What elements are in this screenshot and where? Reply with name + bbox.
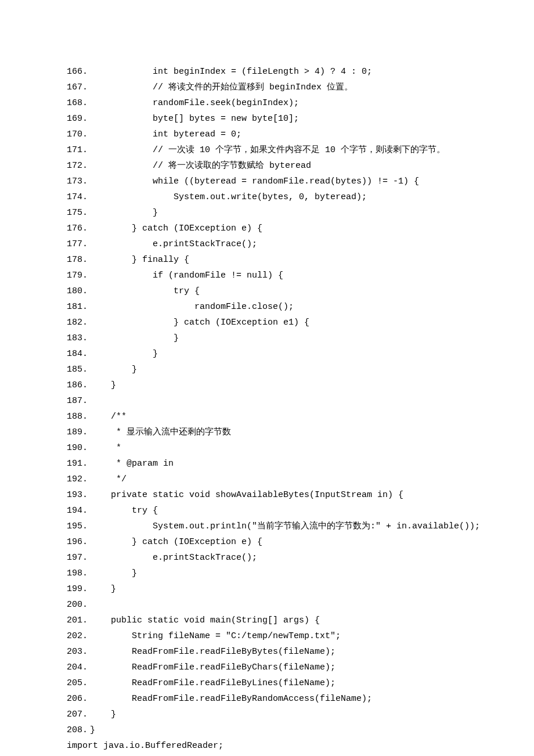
code-line: 188. /** (67, 409, 470, 424)
code-line: 175. } (67, 205, 470, 221)
line-number: 204. (67, 660, 90, 675)
line-content: ReadFromFile.readFileByLines(fileName); (90, 675, 346, 691)
line-number: 208. (67, 722, 90, 738)
line-number: 176. (67, 221, 90, 236)
line-content: */ (90, 471, 137, 487)
line-content: ReadFromFile.readFileByBytes(fileName); (90, 644, 346, 660)
line-content (90, 597, 100, 613)
line-number: 175. (67, 205, 90, 221)
code-line: 187. (67, 393, 470, 409)
code-line: 186. } (67, 377, 470, 393)
line-content: } (90, 205, 168, 221)
line-content: ReadFromFile.readFileByChars(fileName); (90, 660, 346, 675)
code-line: 195. System.out.println("当前字节输入流中的字节数为:"… (67, 519, 470, 534)
line-content: ReadFromFile.readFileByRandomAccess(file… (90, 691, 383, 707)
line-number: 201. (67, 613, 90, 628)
line-content: randomFile.seek(beginIndex); (90, 95, 309, 111)
line-number: 183. (67, 330, 90, 346)
code-line: 170. int byteread = 0; (67, 127, 470, 142)
line-number: 191. (67, 456, 90, 471)
code-line: 190. * (67, 440, 470, 456)
code-line: 201. public static void main(String[] ar… (67, 613, 470, 628)
line-content: // 一次读 10 个字节，如果文件内容不足 10 个字节，则读剩下的字节。 (90, 142, 456, 158)
line-number: 206. (67, 691, 90, 707)
code-line: 168. randomFile.seek(beginIndex); (67, 95, 470, 111)
code-line: 185. } (67, 362, 470, 377)
line-number: 174. (67, 189, 90, 205)
code-line: 200. (67, 597, 470, 613)
line-number: 188. (67, 409, 90, 424)
line-number: 167. (67, 80, 90, 95)
code-line: 171. // 一次读 10 个字节，如果文件内容不足 10 个字节，则读剩下的… (67, 142, 470, 158)
code-line: 179. if (randomFile != null) { (67, 268, 470, 283)
line-content: public static void main(String[] args) { (90, 613, 330, 628)
line-content: // 将读文件的开始位置移到 beginIndex 位置。 (90, 80, 363, 95)
line-content: try { (90, 283, 210, 299)
line-content: System.out.println("当前字节输入流中的字节数为:" + in… (90, 519, 490, 534)
code-line: 177. e.printStackTrace(); (67, 236, 470, 252)
code-line: 189. * 显示输入流中还剩的字节数 (67, 424, 470, 440)
line-content: } (90, 722, 106, 738)
line-number: 173. (67, 174, 90, 189)
line-number: 182. (67, 315, 90, 330)
code-line: 184. } (67, 346, 470, 362)
line-content: } (90, 581, 127, 597)
line-content: String fileName = "C:/temp/newTemp.txt"; (90, 628, 351, 644)
line-number: 180. (67, 283, 90, 299)
code-line: 169. byte[] bytes = new byte[10]; (67, 111, 470, 127)
code-listing: 166. int beginIndex = (fileLength > 4) ?… (67, 64, 470, 738)
line-content: } (90, 330, 189, 346)
code-line: 174. System.out.write(bytes, 0, byteread… (67, 189, 470, 205)
line-number: 195. (67, 519, 90, 534)
line-content (90, 393, 100, 409)
line-content: e.printStackTrace(); (90, 236, 268, 252)
code-line: 207. } (67, 707, 470, 722)
line-content: /** (90, 409, 132, 424)
code-line: 194. try { (67, 503, 470, 519)
line-content: } catch (IOException e1) { (90, 315, 320, 330)
line-content: * @param in (90, 456, 179, 471)
line-number: 189. (67, 424, 90, 440)
line-content: * (90, 440, 132, 456)
line-content: byte[] bytes = new byte[10]; (90, 111, 309, 127)
code-line: 204. ReadFromFile.readFileByChars(fileNa… (67, 660, 470, 675)
line-number: 177. (67, 236, 90, 252)
line-content: } (90, 346, 168, 362)
code-line: 208.} (67, 722, 470, 738)
line-number: 205. (67, 675, 90, 691)
line-content: int byteread = 0; (90, 127, 252, 142)
code-line: 199. } (67, 581, 470, 597)
line-number: 169. (67, 111, 90, 127)
line-number: 179. (67, 268, 90, 283)
code-line: 182. } catch (IOException e1) { (67, 315, 470, 330)
code-line: 176. } catch (IOException e) { (67, 221, 470, 236)
line-number: 172. (67, 158, 90, 174)
line-number: 202. (67, 628, 90, 644)
line-content: * 显示输入流中还剩的字节数 (90, 424, 236, 440)
line-content: } (90, 362, 147, 377)
line-number: 196. (67, 534, 90, 550)
line-number: 190. (67, 440, 90, 456)
line-number: 200. (67, 597, 90, 613)
line-number: 184. (67, 346, 90, 362)
line-content: try { (90, 503, 168, 519)
line-number: 197. (67, 550, 90, 566)
code-line: 180. try { (67, 283, 470, 299)
line-content: } catch (IOException e) { (90, 221, 273, 236)
code-line: 172. // 将一次读取的字节数赋给 byteread (67, 158, 470, 174)
line-content: } finally { (90, 252, 200, 268)
code-line: 196. } catch (IOException e) { (67, 534, 470, 550)
line-number: 185. (67, 362, 90, 377)
code-line: 178. } finally { (67, 252, 470, 268)
line-number: 178. (67, 252, 90, 268)
code-line: 192. */ (67, 471, 470, 487)
trailing-line: import java.io.BufferedReader; (67, 738, 470, 754)
code-line: 166. int beginIndex = (fileLength > 4) ?… (67, 64, 470, 80)
line-content: while ((byteread = randomFile.read(bytes… (90, 174, 430, 189)
code-line: 197. e.printStackTrace(); (67, 550, 470, 566)
line-content: } (90, 566, 147, 581)
line-content: } catch (IOException e) { (90, 534, 273, 550)
line-content: } (90, 377, 127, 393)
code-line: 205. ReadFromFile.readFileByLines(fileNa… (67, 675, 470, 691)
code-line: 203. ReadFromFile.readFileByBytes(fileNa… (67, 644, 470, 660)
